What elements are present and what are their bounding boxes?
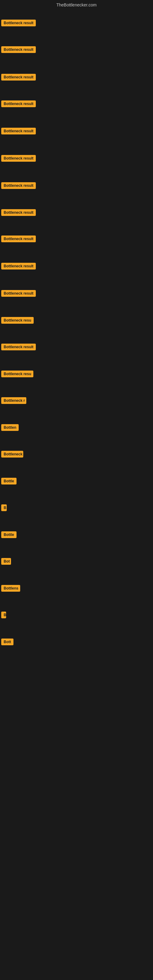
bottleneck-result-badge[interactable]: Bottleneck result: [1, 100, 36, 108]
badge-label: Bottleneck resu: [1, 371, 33, 377]
badges-container: Bottleneck resultBottleneck resultBottle…: [0, 10, 153, 980]
bottleneck-result-badge[interactable]: Bottleneck resu: [1, 317, 33, 325]
bottleneck-result-badge[interactable]: Bottleneck r: [1, 397, 26, 405]
bottleneck-result-badge[interactable]: Bottleneck result: [1, 20, 36, 27]
bottleneck-result-badge[interactable]: Bottle: [1, 478, 16, 486]
badge-label: Bottleneck result: [1, 100, 36, 107]
badge-label: Bottleneck result: [1, 20, 36, 26]
bottleneck-result-badge[interactable]: Bottleneck result: [1, 290, 36, 298]
bottleneck-result-badge[interactable]: Bottleneck result: [1, 209, 36, 217]
bottleneck-result-badge[interactable]: Bottleneck result: [1, 128, 36, 136]
site-title-bar: TheBottlenecker.com: [0, 0, 153, 10]
bottleneck-result-badge[interactable]: Bott: [1, 638, 13, 646]
badge-label: Bottleneck result: [1, 344, 36, 350]
badge-label: Bottleneck result: [1, 128, 36, 134]
badge-label: B: [1, 612, 6, 618]
badge-label: Bottleneck result: [1, 155, 36, 162]
bottleneck-result-badge[interactable]: Bottlen: [1, 424, 19, 432]
bottleneck-result-badge[interactable]: Bottleneck result: [1, 235, 36, 243]
bottleneck-result-badge[interactable]: Bottleneck result: [1, 155, 36, 163]
bottleneck-result-badge[interactable]: B: [1, 504, 7, 512]
badge-label: Bottleneck result: [1, 46, 36, 53]
badge-label: Bottlens: [1, 585, 20, 592]
bottleneck-result-badge[interactable]: Bottleneck result: [1, 46, 36, 54]
bottleneck-result-badge[interactable]: Bottleneck result: [1, 263, 36, 271]
badge-label: Bottle: [1, 478, 16, 485]
badge-label: Bottleneck resu: [1, 317, 33, 324]
badge-label: Bottle: [1, 531, 16, 538]
badge-label: Bottleneck result: [1, 263, 36, 269]
badge-label: Bottleneck result: [1, 182, 36, 189]
badge-label: Bottleneck result: [1, 235, 36, 242]
badge-label: Bottleneck result: [1, 209, 36, 216]
badge-label: Bottleneck result: [1, 290, 36, 297]
bottleneck-result-badge[interactable]: Bot: [1, 558, 11, 566]
badge-label: Bottlen: [1, 424, 19, 431]
bottleneck-result-badge[interactable]: Bottleneck result: [1, 74, 36, 82]
badge-label: Bot: [1, 558, 11, 565]
bottleneck-result-badge[interactable]: B: [1, 612, 6, 620]
bottleneck-result-badge[interactable]: Bottleneck resu: [1, 371, 33, 379]
site-title: TheBottlenecker.com: [56, 2, 97, 7]
badge-label: Bottleneck result: [1, 74, 36, 81]
bottleneck-result-badge[interactable]: Bottle: [1, 531, 16, 539]
badge-label: Bottleneck: [1, 451, 23, 458]
bottleneck-result-badge[interactable]: Bottleneck: [1, 451, 23, 459]
bottleneck-result-badge[interactable]: Bottlens: [1, 585, 20, 593]
badge-label: B: [1, 504, 7, 511]
bottleneck-result-badge[interactable]: Bottleneck result: [1, 182, 36, 190]
badge-label: Bottleneck r: [1, 397, 26, 404]
bottleneck-result-badge[interactable]: Bottleneck result: [1, 344, 36, 352]
badge-label: Bott: [1, 638, 13, 645]
